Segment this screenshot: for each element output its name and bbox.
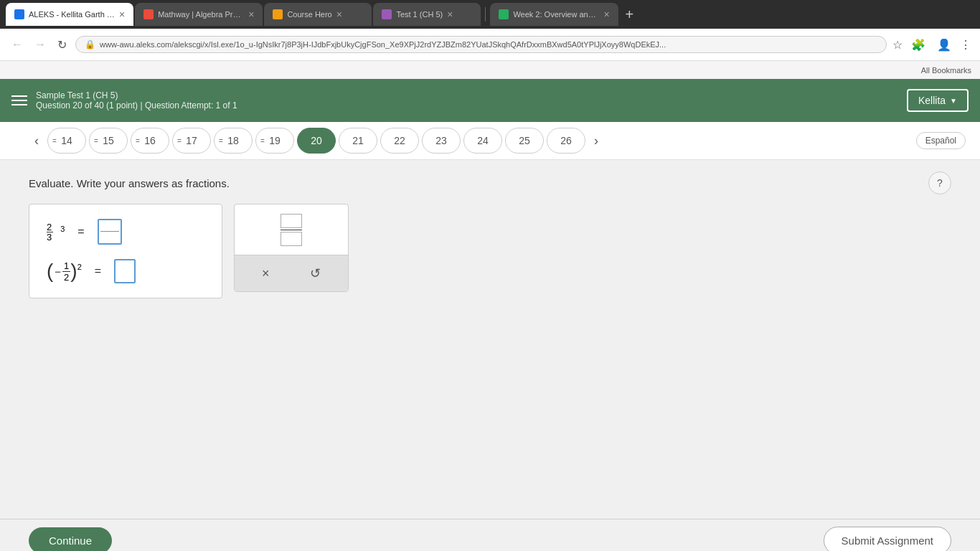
header-info: Sample Test 1 (CH 5) Question 20 of 40 (… (36, 90, 237, 110)
tab-week[interactable]: Week 2: Overview and To Do... × (490, 3, 618, 26)
url-bar[interactable]: 🔒 www-awu.aleks.com/alekscgi/x/Isl.exe/1… (75, 36, 887, 53)
hamburger-line-2 (11, 100, 27, 101)
math-problem-box: 2 3 3 = ( − (29, 204, 222, 298)
next-question-button[interactable]: › (588, 131, 604, 151)
main-content: Evaluate. Write your answers as fraction… (0, 160, 980, 404)
reload-button[interactable]: ↻ (55, 35, 70, 55)
profile-button[interactable]: 👤 (934, 35, 954, 55)
forward-button[interactable]: → (32, 35, 49, 54)
user-name: Kellita (918, 95, 946, 106)
expr2-fraction: 1 2 (62, 260, 70, 283)
question-19-button[interactable]: = 19 (255, 128, 294, 154)
question-18-button[interactable]: = 18 (214, 128, 253, 154)
question-25-button[interactable]: 25 (505, 128, 544, 154)
tab-mathway-close[interactable]: × (248, 9, 254, 20)
undo-button[interactable]: ↺ (304, 263, 326, 284)
question-17-button[interactable]: = 17 (172, 128, 211, 154)
answered-mark-14: = (52, 137, 57, 145)
question-22-button[interactable]: 22 (380, 128, 419, 154)
header-left: Sample Test 1 (CH 5) Question 20 of 40 (… (11, 90, 237, 110)
fraction-panel-controls: × ↺ (235, 255, 348, 291)
question-16-button[interactable]: = 16 (131, 128, 169, 154)
bookmarks-bar: All Bookmarks (0, 60, 980, 79)
tab-aleks[interactable]: ALEKS - Kellita Garth - Sampl × (6, 3, 133, 26)
tab-week-label: Week 2: Overview and To Do... (513, 10, 599, 19)
app-header: Sample Test 1 (CH 5) Question 20 of 40 (… (0, 79, 980, 122)
tab-test-close[interactable]: × (447, 9, 453, 20)
fraction-input-panel: × ↺ (234, 204, 349, 292)
expr1-denominator: 3 (47, 232, 53, 242)
tab-mathway-label: Mathway | Algebra Problem (158, 10, 244, 19)
tab-test-label: Test 1 (CH 5) (396, 10, 443, 19)
tab-week-close[interactable]: × (603, 9, 609, 20)
expression-2-row: ( − 1 2 ) 2 = (47, 259, 204, 283)
week-tab-icon (499, 9, 509, 19)
question-navigation: ‹ = 14 = 15 = 16 = 17 = 18 = 19 20 21 22… (0, 122, 980, 160)
prev-question-button[interactable]: ‹ (29, 131, 44, 151)
mathway-tab-icon (143, 9, 154, 19)
negative-sign: − (55, 265, 61, 278)
chevron-down-icon: ▼ (950, 97, 957, 105)
expr1-equals: = (77, 225, 84, 238)
user-menu-button[interactable]: Kellita ▼ (907, 89, 969, 112)
coursehero-tab-icon (273, 9, 283, 19)
extensions-button[interactable]: 🧩 (908, 35, 928, 55)
answer-numerator-1 (100, 222, 119, 232)
tab-aleks-close[interactable]: × (119, 9, 125, 20)
hamburger-line-3 (11, 104, 27, 105)
answered-mark-15: = (94, 137, 98, 145)
new-tab-button[interactable]: + (620, 6, 640, 23)
panel-fraction-display (281, 214, 302, 246)
expr2-group: ( − 1 2 ) 2 (47, 260, 82, 283)
all-bookmarks-link[interactable]: All Bookmarks (921, 66, 971, 75)
question-23-button[interactable]: 23 (422, 128, 461, 154)
back-button[interactable]: ← (9, 35, 26, 54)
answered-mark-16: = (136, 137, 140, 145)
footer-actions: Continue Submit Assignment (0, 519, 980, 551)
question-21-button[interactable]: 21 (339, 128, 377, 154)
right-paren: ) (70, 261, 77, 281)
espanol-button[interactable]: Español (916, 132, 966, 149)
url-text: www-awu.aleks.com/alekscgi/x/Isl.exe/1o_… (100, 40, 877, 49)
submit-assignment-button[interactable]: Submit Assignment (824, 527, 951, 551)
math-area: 2 3 3 = ( − (29, 204, 951, 298)
lock-icon: 🔒 (85, 39, 95, 50)
answered-mark-17: = (177, 137, 182, 145)
answered-mark-19: = (260, 137, 265, 145)
header-subtitle: Question 20 of 40 (1 point) | Question A… (36, 100, 237, 110)
hamburger-menu-button[interactable] (11, 95, 27, 105)
tab-mathway[interactable]: Mathway | Algebra Problem × (135, 3, 263, 26)
bookmark-star-button[interactable]: ☆ (892, 38, 903, 52)
times-button[interactable]: × (256, 263, 275, 284)
tab-test[interactable]: Test 1 (CH 5) × (373, 3, 481, 26)
panel-denominator-box[interactable] (281, 232, 302, 246)
help-button[interactable]: ? (928, 171, 951, 194)
answer-denominator-1 (100, 232, 119, 242)
expr1-exponent: 3 (60, 225, 65, 233)
question-14-button[interactable]: = 14 (47, 128, 86, 154)
answer-box-1[interactable] (98, 219, 122, 245)
expr2-equals: = (95, 265, 101, 278)
tab-bar: ALEKS - Kellita Garth - Sampl × Mathway … (0, 0, 980, 29)
content-spacer (0, 404, 980, 519)
question-instruction: Evaluate. Write your answers as fraction… (29, 177, 951, 189)
question-26-button[interactable]: 26 (547, 128, 585, 154)
tab-coursehero-close[interactable]: × (336, 9, 342, 20)
continue-button[interactable]: Continue (29, 527, 112, 551)
expr1-numerator: 2 (47, 222, 53, 232)
answer-box-2[interactable] (114, 259, 136, 283)
aleks-tab-icon (14, 9, 24, 19)
question-15-button[interactable]: = 15 (89, 128, 128, 154)
panel-numerator-box[interactable] (281, 214, 302, 228)
question-20-button[interactable]: 20 (297, 128, 336, 154)
hamburger-line-1 (11, 95, 27, 97)
question-24-button[interactable]: 24 (463, 128, 502, 154)
answered-mark-18: = (219, 137, 223, 145)
tab-separator (485, 7, 486, 22)
tab-coursehero[interactable]: Course Hero × (264, 3, 372, 26)
tab-coursehero-label: Course Hero (287, 10, 331, 19)
expr2-denominator: 2 (62, 272, 70, 283)
address-bar: ← → ↻ 🔒 www-awu.aleks.com/alekscgi/x/Isl… (0, 29, 980, 60)
chrome-menu-button[interactable]: ⋮ (960, 38, 971, 52)
expr2-exponent: 2 (77, 263, 82, 271)
